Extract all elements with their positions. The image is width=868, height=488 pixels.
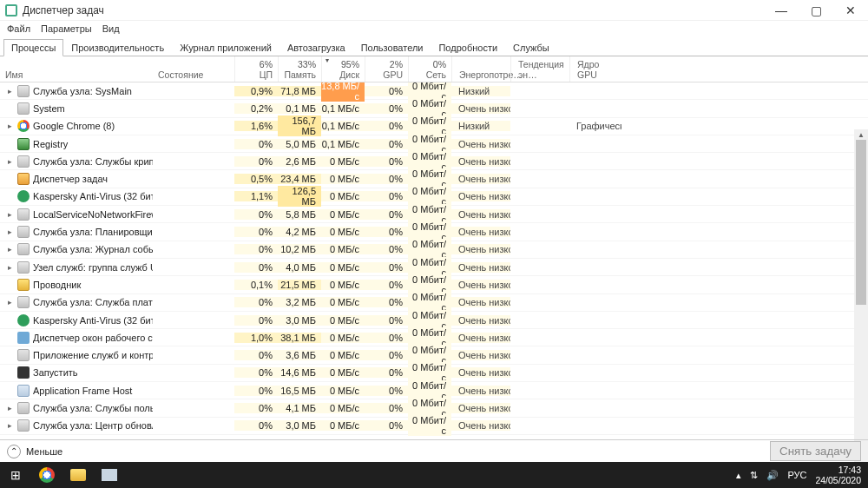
header-disk[interactable]: ▾95%Диск xyxy=(321,56,365,82)
power-value: Очень низкое xyxy=(451,227,510,237)
header-trend[interactable]: Тенденция эн… xyxy=(510,56,569,82)
start-button[interactable]: ⊞ xyxy=(0,462,31,488)
power-value: Очень низкое xyxy=(451,403,510,413)
expand-icon[interactable]: ▸ xyxy=(5,421,14,430)
network-value: 0 Мбит/с xyxy=(408,415,451,436)
process-row[interactable]: ▸Служба узла: Центр обновлен…0%3,0 МБ0 М… xyxy=(0,418,868,435)
header-power[interactable]: Энергопотре… xyxy=(451,56,510,82)
folder-icon xyxy=(70,469,86,481)
expand-icon[interactable]: ▸ xyxy=(5,87,14,96)
cpu-value: 0% xyxy=(234,262,278,273)
header-gpu[interactable]: 2%GPU xyxy=(365,56,408,82)
collapse-details-icon[interactable]: ⌃ xyxy=(7,445,21,458)
disk-value: 0 МБ/с xyxy=(321,191,365,201)
process-icon xyxy=(17,332,30,344)
tab-details[interactable]: Подробности xyxy=(431,39,505,56)
scroll-thumb[interactable] xyxy=(856,140,866,305)
gpu-value: 0% xyxy=(365,139,408,149)
power-value: Очень низкое xyxy=(451,209,510,220)
taskbar-chrome[interactable] xyxy=(31,462,62,488)
header-gpucore[interactable]: Ядро GPU xyxy=(569,56,621,82)
expand-icon[interactable]: ▸ xyxy=(5,263,14,272)
process-name: Проводник xyxy=(33,280,81,290)
process-icon xyxy=(17,314,30,326)
header-memory[interactable]: 33%Память xyxy=(278,56,321,82)
power-value: Очень низкое xyxy=(451,386,510,396)
power-value: Очень низкое xyxy=(451,262,510,273)
fewer-details-button[interactable]: Меньше xyxy=(26,446,62,457)
tray-language[interactable]: РУС xyxy=(787,470,806,480)
memory-value: 3,0 МБ xyxy=(278,315,321,326)
power-value: Очень низкое xyxy=(451,420,510,431)
process-name: Application Frame Host xyxy=(33,386,132,396)
chrome-icon xyxy=(39,467,55,483)
disk-value: 0,1 МБ/с xyxy=(321,103,365,114)
gpu-value: 0% xyxy=(365,280,408,290)
memory-value: 4,0 МБ xyxy=(278,262,321,273)
process-icon xyxy=(17,296,30,308)
disk-value: 0 МБ/с xyxy=(321,262,365,273)
expand-icon[interactable]: ▸ xyxy=(5,122,14,130)
minimize-button[interactable]: — xyxy=(764,0,799,21)
window-title: Диспетчер задач xyxy=(23,4,104,16)
process-name: Диспетчер окон рабочего стола xyxy=(33,333,153,343)
header-status[interactable]: Состояние xyxy=(153,56,234,82)
process-name: Служба узла: Планировщик з… xyxy=(33,227,153,237)
tray-wifi-icon[interactable]: ⇅ xyxy=(750,470,758,481)
process-icon xyxy=(17,243,30,255)
expand-icon[interactable]: ▸ xyxy=(5,404,14,412)
process-rows: ▸Служба узла: SysMain0,9%71,8 МБ13,8 МБ/… xyxy=(0,82,868,445)
tab-users[interactable]: Пользователи xyxy=(353,39,431,56)
header-cpu[interactable]: 6%ЦП xyxy=(234,56,278,82)
gpu-value: 0% xyxy=(365,156,408,167)
memory-value: 5,8 МБ xyxy=(278,209,321,220)
maximize-button[interactable]: ▢ xyxy=(799,0,833,21)
memory-value: 3,2 МБ xyxy=(278,297,321,307)
expand-icon[interactable]: ▸ xyxy=(5,245,14,254)
memory-value: 3,0 МБ xyxy=(278,420,321,431)
disk-value: 0 МБ/с xyxy=(321,280,365,290)
expand-icon[interactable]: ▸ xyxy=(5,228,14,236)
cpu-value: 0% xyxy=(234,227,278,237)
expand-icon[interactable]: ▸ xyxy=(5,298,14,307)
tray-clock[interactable]: 17:43 24/05/2020 xyxy=(815,465,861,485)
header-network[interactable]: 0%Сеть xyxy=(408,56,451,82)
power-value: Очень низкое xyxy=(451,350,510,360)
sort-desc-icon: ▾ xyxy=(326,56,329,64)
taskbar-mail[interactable] xyxy=(94,462,125,488)
tab-processes[interactable]: Процессы xyxy=(3,39,63,56)
tab-app-history[interactable]: Журнал приложений xyxy=(172,39,279,56)
titlebar: Диспетчер задач — ▢ ✕ xyxy=(0,0,868,21)
power-value: Очень низкое xyxy=(451,191,510,201)
process-name: Служба узла: Службы пользо… xyxy=(33,403,153,413)
tray-overflow-icon[interactable]: ▴ xyxy=(736,470,741,481)
menu-view[interactable]: Вид xyxy=(102,23,120,34)
menu-options[interactable]: Параметры xyxy=(41,23,92,34)
process-icon xyxy=(17,208,30,221)
menu-file[interactable]: Файл xyxy=(7,23,30,34)
scroll-up-icon[interactable]: ▲ xyxy=(854,129,868,140)
tab-startup[interactable]: Автозагрузка xyxy=(279,39,353,56)
tab-services[interactable]: Службы xyxy=(505,39,557,56)
gpu-value: 0% xyxy=(365,297,408,307)
power-value: Низкий xyxy=(451,86,510,96)
tray-sound-icon[interactable]: 🔊 xyxy=(766,470,779,481)
gpu-value: 0% xyxy=(365,103,408,114)
gpu-value: 0% xyxy=(365,367,408,378)
tab-performance[interactable]: Производительность xyxy=(63,39,172,56)
memory-value: 38,1 МБ xyxy=(278,333,321,343)
process-icon xyxy=(17,279,30,291)
expand-icon[interactable]: ▸ xyxy=(5,157,14,166)
gpu-value: 0% xyxy=(365,121,408,131)
vertical-scrollbar[interactable]: ▲ ▼ xyxy=(854,129,868,488)
expand-icon[interactable]: ▸ xyxy=(5,210,14,219)
header-name[interactable]: Имя xyxy=(0,56,153,82)
gpucore-value: Графическ… xyxy=(569,121,621,131)
end-task-button[interactable]: Снять задачу xyxy=(770,441,861,461)
process-icon xyxy=(17,261,30,274)
disk-value: 0 МБ/с xyxy=(321,174,365,184)
taskbar-explorer[interactable] xyxy=(62,462,94,488)
cpu-value: 0% xyxy=(234,139,278,149)
close-button[interactable]: ✕ xyxy=(833,0,868,21)
gpu-value: 0% xyxy=(365,174,408,184)
